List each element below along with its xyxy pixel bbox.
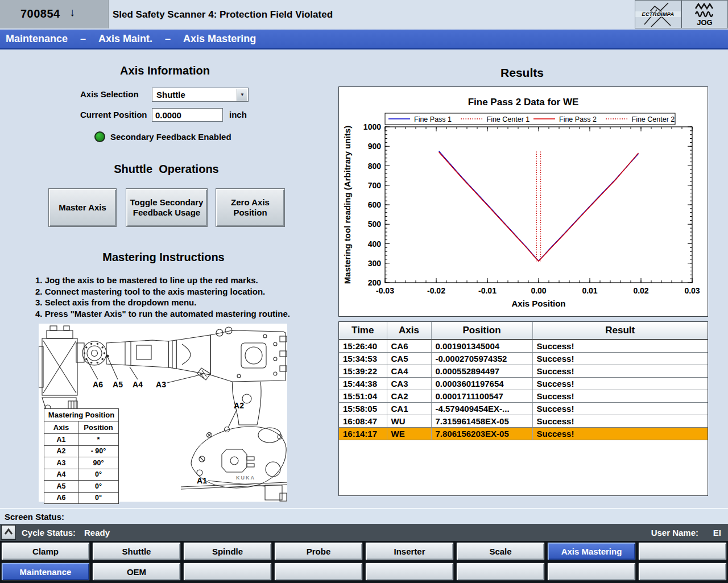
softkey-blank (273, 561, 364, 582)
result-row[interactable]: 16:08:47WU7.315961458EX-05Success! (339, 415, 708, 428)
softkey-label: Spindle (183, 542, 272, 560)
master-axis-button[interactable]: Master Axis (48, 188, 117, 227)
result-cell: 0.0001711100547 (431, 390, 532, 403)
softkey-label (183, 563, 272, 581)
instruction-step: 2. Connect mastering tool to the axis ma… (35, 286, 308, 297)
cycle-status-label: Cycle Status: (22, 528, 76, 537)
mastering-instructions-title: Mastering Instructions (68, 251, 259, 264)
breadcrumb-item[interactable]: Axis Mastering (183, 33, 256, 45)
softkey-oem[interactable]: OEM (91, 561, 182, 582)
mastering-position-cell: A6 (44, 492, 78, 504)
result-row[interactable]: 15:58:05CA1-4.579409454EX-...Success! (339, 403, 708, 415)
svg-text:400: 400 (368, 239, 382, 249)
results-column-header: Result (532, 322, 708, 340)
result-cell: WU (387, 415, 431, 428)
result-cell: Success! (532, 415, 708, 428)
alarm-scroll-arrow-icon[interactable]: ↓ (69, 6, 75, 19)
breadcrumb-separator: – (165, 33, 171, 45)
softkey-scale[interactable]: Scale (455, 541, 546, 561)
result-row[interactable]: 16:14:17WE7.806156203EX-05Success! (339, 428, 708, 440)
result-cell: CA6 (387, 340, 431, 353)
user-name-label: User Name: (651, 528, 698, 537)
mastering-position-cell: 0° (78, 481, 119, 493)
svg-text:Fine Pass 2: Fine Pass 2 (559, 115, 597, 123)
svg-text:Fine Pass 1: Fine Pass 1 (414, 115, 452, 123)
axis-label-a4: A4 (133, 380, 143, 389)
softkey-label: Maintenance (1, 563, 90, 581)
softkey-label: Clamp (1, 542, 90, 560)
softkey-probe[interactable]: Probe (273, 541, 364, 561)
secondary-feedback-label: Secondary Feedback Enabled (110, 132, 231, 142)
mastering-instructions-list: 1. Jog the axis to be mastered to line u… (35, 275, 308, 319)
vendor-logo-tile: ECTROIMPA (635, 0, 681, 28)
result-cell: 15:44:38 (339, 378, 387, 390)
svg-text:-0.03: -0.03 (376, 286, 394, 295)
softkey-blank (182, 561, 273, 582)
results-title: Results (420, 66, 624, 80)
axis-selection-dropdown[interactable]: Shuttle ▼ (152, 88, 249, 102)
result-row[interactable]: 15:51:04CA20.0001711100547Success! (339, 390, 708, 403)
svg-text:1000: 1000 (363, 122, 381, 131)
result-cell: 15:51:04 (339, 390, 387, 403)
mastering-position-cell: * (78, 434, 119, 446)
softkey-spindle[interactable]: Spindle (182, 541, 273, 561)
softkey-inserter[interactable]: Inserter (364, 541, 455, 561)
collapse-panel-button[interactable] (1, 525, 16, 540)
current-position-field[interactable]: 0.0000 (152, 108, 223, 122)
jog-icon (682, 2, 727, 19)
result-row[interactable]: 15:44:38CA30.0003601197654Success! (339, 378, 708, 390)
breadcrumb-item[interactable]: Axis Maint. (98, 33, 152, 45)
softkey-clamp[interactable]: Clamp (0, 541, 91, 561)
result-cell: CA3 (387, 378, 431, 390)
softkey-maintenance[interactable]: Maintenance (0, 561, 91, 582)
dropdown-arrow-icon[interactable]: ▼ (237, 89, 247, 101)
svg-text:900: 900 (368, 142, 382, 151)
softkey-label: Inserter (365, 542, 454, 560)
svg-text:200: 200 (368, 278, 382, 287)
screen-status-bar: Screen Status: (0, 508, 728, 524)
mastering-position-cell: A5 (44, 481, 78, 493)
cycle-status-bar: Cycle Status: Ready User Name: EI (0, 524, 728, 541)
results-chart-panel: Fine Pass 2 Data for WEFine Pass 1Fine C… (338, 86, 708, 317)
axis-label-a3: A3 (156, 380, 166, 389)
softkey-blank (364, 561, 455, 582)
breadcrumb-item[interactable]: Maintenance (6, 33, 68, 45)
svg-text:-0.02: -0.02 (427, 286, 445, 295)
softkey-blank (637, 541, 728, 561)
zero-axis-position-button[interactable]: Zero Axis Position (216, 188, 285, 227)
result-cell: 7.315961458EX-05 (431, 415, 532, 428)
result-row[interactable]: 15:34:53CA5-0.0002705974352Success! (339, 353, 708, 365)
softkey-label (456, 563, 545, 581)
svg-text:300: 300 (368, 259, 382, 268)
result-cell: CA4 (387, 365, 431, 378)
results-table: TimeAxisPositionResult15:26:40CA60.00190… (339, 322, 708, 440)
softkey-menu: ClampShuttleSpindleProbeInserterScaleAxi… (0, 541, 728, 583)
softkey-label (365, 563, 454, 581)
position-unit-label: inch (229, 110, 247, 119)
svg-text:Fine Pass 2 Data for WE: Fine Pass 2 Data for WE (468, 97, 579, 107)
mastering-position-header: Position (78, 421, 119, 434)
softkey-label: Scale (456, 542, 545, 560)
softkey-row-2: MaintenanceOEM (0, 561, 728, 582)
result-cell: Success! (532, 378, 708, 390)
softkey-shuttle[interactable]: Shuttle (91, 541, 182, 561)
svg-text:-0.01: -0.01 (478, 286, 497, 295)
mastering-position-cell: 0° (78, 469, 119, 481)
mastering-position-cell: 90° (78, 457, 119, 469)
jog-label: JOG (682, 18, 727, 27)
result-cell: 15:34:53 (339, 353, 387, 365)
svg-text:Fine Center 1: Fine Center 1 (487, 115, 530, 123)
current-position-label: Current Position (80, 110, 147, 119)
softkey-blank (455, 561, 546, 582)
result-cell: Success! (532, 365, 708, 378)
axis-selection-value: Shuttle (156, 90, 185, 100)
result-row[interactable]: 15:26:40CA60.001901345004Success! (339, 340, 708, 353)
svg-text:700: 700 (368, 181, 382, 190)
softkey-label: OEM (92, 563, 181, 581)
softkey-axis-mastering[interactable]: Axis Mastering (546, 541, 637, 561)
toggle-secondary-feedback-button[interactable]: Toggle Secondary Feedback Usage (126, 188, 208, 227)
result-row[interactable]: 15:39:22CA40.000552894497Success! (339, 365, 708, 378)
robot-diagram: A6 A5 A4 A3 A2 A1 KUKA Mastering Positio… (39, 324, 287, 502)
axis-information-title: Axis Information (68, 64, 262, 77)
result-cell: 15:58:05 (339, 403, 387, 415)
